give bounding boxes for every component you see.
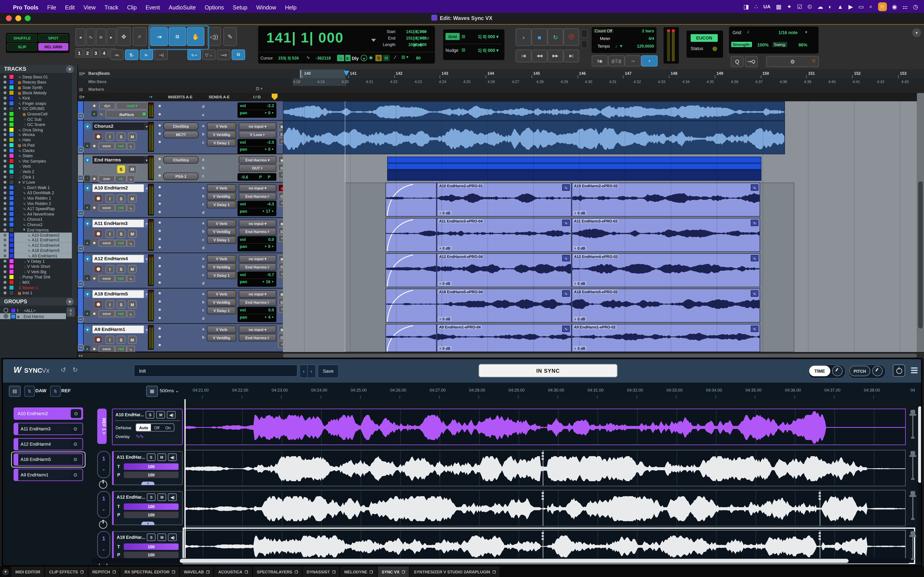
send-v-verb[interactable]: V Verb: [207, 290, 236, 298]
in-sync-button[interactable]: IN SYNC: [478, 364, 617, 377]
elastic-audio-button[interactable]: ✱: [91, 204, 97, 210]
track-color-swatch[interactable]: [9, 180, 14, 185]
clip-gain-badge[interactable]: ⊦ 0 dB: [438, 282, 452, 285]
input-monitor-button[interactable]: I: [105, 336, 114, 344]
monitor-chip[interactable]: ◀): [168, 533, 177, 541]
track-color-swatch[interactable]: [9, 153, 14, 158]
tempo-ruler-button[interactable]: ⤳: [625, 55, 641, 67]
groups-panel-header[interactable]: GROUPS ▼: [0, 297, 77, 306]
pitch-ratio-slider[interactable]: 100: [124, 472, 179, 478]
automation-read-selector[interactable]: red: [115, 143, 126, 150]
track-color-swatch[interactable]: [9, 195, 14, 201]
zoom-tool[interactable]: ⌕: [132, 27, 147, 46]
svx-row-group-button-2[interactable]: 1⌄: [97, 531, 110, 558]
io-output-selector[interactable]: V Love ⊦: [239, 131, 276, 138]
clip-gain-badge[interactable]: ⊦ 0 dB: [438, 246, 452, 250]
track-header-a9-endharm1[interactable]: ⚯▼A9 EndHarm1▼ISM▲✱wavered∿aV VerbbV Ver…: [77, 324, 283, 352]
track-header-a11-endharm3[interactable]: ⚯▼A11 EndHarm3▼ISM▲✱wavered∿aV VerbbV Ve…: [77, 218, 283, 253]
redo-icon[interactable]: ↻: [73, 366, 78, 374]
clip-fade-segment-4[interactable]: [385, 324, 436, 352]
toolbar-options-button[interactable]: ▼: [912, 28, 921, 37]
track-color-swatch[interactable]: [9, 285, 14, 290]
edit-insertion-marker[interactable]: [344, 71, 349, 76]
menu-item-track[interactable]: Track: [105, 4, 118, 11]
tab-transient-toggle[interactable]: ⇥˖: [110, 49, 124, 60]
monitor-chip[interactable]: ◀): [168, 453, 177, 461]
conductor-button[interactable]: ♆: [641, 55, 657, 67]
view-mode-selector[interactable]: wave: [99, 310, 115, 317]
input-monitor-button[interactable]: I: [105, 132, 114, 141]
send-v-delay-1[interactable]: V Delay 1: [207, 307, 236, 314]
menu-item-clip[interactable]: Clip: [127, 4, 137, 11]
automation-mode-icon[interactable]: ▲: [84, 143, 90, 148]
sidebar-track-chorus1[interactable]: ∿Chorus1: [0, 216, 72, 222]
pencil-tool[interactable]: ✎: [223, 27, 237, 46]
automation-mode-icon[interactable]: ◔: [84, 175, 90, 181]
display-app-icon[interactable]: ▭: [858, 3, 864, 10]
mode-rel_grid-button[interactable]: REL GRID: [38, 43, 68, 50]
denoise-option-off[interactable]: Off: [151, 424, 163, 431]
send-v-verbbig[interactable]: V VerbBig: [207, 298, 236, 306]
record-enable-button[interactable]: [94, 265, 102, 273]
sidebar-track-v-delay-1[interactable]: ↓V Delay 1: [0, 259, 72, 264]
sidebar-track-a9-endharm1[interactable]: ∿A9 EndHarm1: [0, 253, 72, 259]
swing-label[interactable]: Swing:: [772, 42, 787, 47]
vol-pan-display[interactable]: vol0.0pan‣ 0 ‣: [237, 236, 276, 251]
zoom-tool-1[interactable]: ∿: [86, 28, 95, 46]
elastic-plugin-icon[interactable]: ∿: [127, 204, 135, 211]
menu-item-edit[interactable]: Edit: [65, 4, 75, 11]
tab-midi-editor[interactable]: MIDI EDITOR: [11, 566, 45, 577]
track-color-swatch[interactable]: [9, 85, 14, 90]
zoom-preset-2[interactable]: 2: [84, 48, 91, 58]
track-color-swatch[interactable]: [9, 264, 14, 269]
control-center-icon[interactable]: ⚏: [903, 3, 908, 10]
play-app-icon[interactable]: ▶: [848, 3, 853, 10]
clip-fade-segment-2[interactable]: [385, 253, 436, 287]
rewind-button[interactable]: ◀◀: [531, 49, 548, 63]
mute-button[interactable]: M: [128, 132, 137, 141]
clip-fade-segment-0[interactable]: [385, 182, 436, 217]
track-name-chip[interactable]: A9 EndHarm1: [92, 326, 147, 333]
solo-status-badge[interactable]: S: [375, 55, 382, 61]
time-button[interactable]: TIME: [809, 366, 830, 376]
insertion-playback-toggle[interactable]: ⇢|: [154, 49, 168, 60]
solo-chip[interactable]: S: [147, 453, 155, 461]
tempo-note-icon[interactable]: ♩▾: [615, 44, 622, 49]
card-expand-tab[interactable]: ▼: [141, 482, 154, 485]
clip-gain-badge[interactable]: ⊦ 0 dB: [573, 211, 587, 215]
ref-sort-icon[interactable]: ⇅: [50, 386, 61, 397]
col-io-label[interactable]: I / O: [237, 95, 276, 98]
mute-button[interactable]: M: [128, 300, 137, 308]
track-color-swatch[interactable]: [9, 169, 14, 174]
markers-ruler[interactable]: ▤ Markers ⊡ +: [0, 86, 924, 93]
clip-gain-badge[interactable]: ⊦ 0 dB: [573, 282, 587, 285]
grid-value[interactable]: 1| 0| 000 ▾: [469, 34, 498, 40]
pitch-knob[interactable]: [872, 366, 883, 376]
track-color-swatch[interactable]: [9, 259, 14, 264]
track-color-swatch[interactable]: [9, 95, 14, 101]
track-collapse-icon[interactable]: ▼: [84, 326, 91, 333]
audio-clip[interactable]: A18 EndHarm5-ePRO-02⊦ 0 dB∿: [572, 288, 760, 322]
sidebar-track-mix[interactable]: ↓MIX: [0, 280, 72, 285]
track-header-a18-endharm5[interactable]: ⚯▼A18 EndHarm5▼ISM▲✱wavered∿aV VerbbV Ve…: [77, 288, 283, 324]
track-color-swatch[interactable]: [9, 248, 14, 253]
monitor-chip[interactable]: ◀): [168, 493, 177, 501]
tab-clip-effects[interactable]: CLIP EFFECTS❐: [45, 566, 88, 577]
record-enable-button[interactable]: [94, 132, 102, 141]
insert-chnlstrp[interactable]: ChnlStrp: [163, 122, 199, 130]
track-name-chip[interactable]: A12 EndHarm4: [92, 255, 147, 263]
card-expand-tab[interactable]: ▼: [141, 522, 154, 525]
svx-track-pill-a11-endharm3[interactable]: A11 EndHarm3⊙: [13, 423, 83, 435]
mute-button[interactable]: M: [128, 230, 137, 238]
track-name-chip[interactable]: A10 EndHarm2: [92, 184, 147, 192]
io-output-selector[interactable]: End Harrms ⊦: [239, 193, 276, 200]
track-color-swatch[interactable]: [9, 237, 14, 243]
track-color-swatch[interactable]: [9, 206, 14, 211]
sidebar-track-hats[interactable]: ∿Hats: [0, 137, 72, 143]
automation-read-selector[interactable]: red: [115, 240, 126, 247]
daw-sort-icon[interactable]: ⇅: [24, 386, 35, 397]
sidebar-track-v-love[interactable]: ▼V Love: [0, 180, 72, 185]
group-link-icon[interactable]: ⚯: [78, 344, 84, 350]
group-link-icon[interactable]: ⚯: [78, 316, 84, 322]
clip-fade-segment-3[interactable]: [385, 288, 436, 322]
